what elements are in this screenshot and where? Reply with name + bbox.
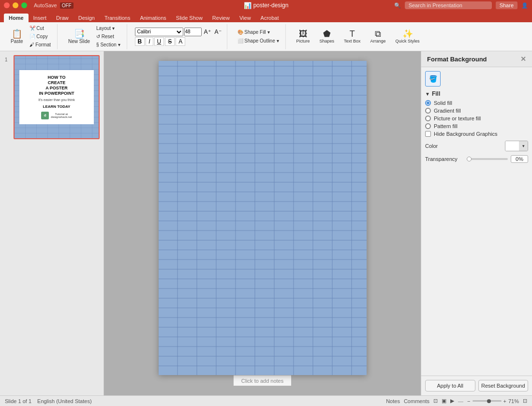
font-size-input[interactable]: [184, 28, 202, 36]
transparency-row: Transparency 0%: [425, 155, 528, 163]
title-bar: AutoSave OFF 📊 poster-design 🔍 Share 👤: [0, 0, 532, 11]
picture-fill-radio[interactable]: [425, 116, 431, 121]
tab-view[interactable]: View: [235, 14, 256, 22]
underline-button[interactable]: U: [154, 37, 164, 46]
decrease-font-button[interactable]: A⁻: [213, 28, 223, 36]
shape-fill-button[interactable]: 🎨 Shape Fill ▾: [235, 29, 281, 36]
thumb-title: HOW TOCREATEA POSTERIN POWERPOINT: [24, 75, 89, 96]
tab-acrobat[interactable]: Acrobat: [256, 14, 284, 22]
insert-group: 🖼 Picture ⬟ Shapes T Text Box ⧉ Arrange …: [290, 24, 427, 49]
zoom-level[interactable]: 71%: [508, 398, 519, 404]
zoom-in-button[interactable]: +: [503, 398, 506, 404]
pattern-fill-option[interactable]: Pattern fill: [425, 123, 528, 129]
comments-button[interactable]: Comments: [404, 398, 429, 404]
share-button[interactable]: Share: [496, 1, 517, 9]
increase-font-button[interactable]: A⁺: [203, 28, 212, 36]
arrange-button[interactable]: ⧉ Arrange: [368, 29, 389, 44]
gradient-fill-option[interactable]: Gradient fill: [425, 108, 528, 114]
shapes-button[interactable]: ⬟ Shapes: [317, 29, 338, 44]
reset-background-button[interactable]: Reset Background: [478, 380, 529, 392]
hide-background-checkbox[interactable]: [425, 131, 431, 137]
color-row: Color ▾: [425, 141, 528, 151]
ribbon: 📋 Paste ✂️ Cut 📄 Copy 🖌 Format 📑 New Sli…: [0, 22, 532, 51]
zoom-thumb: [487, 399, 491, 403]
tab-transitions[interactable]: Transitions: [100, 14, 135, 22]
notes-button[interactable]: Notes: [386, 398, 400, 404]
transparency-slider[interactable]: [467, 158, 508, 160]
view-slideshow-button[interactable]: ▶: [450, 398, 454, 404]
cut-button[interactable]: ✂️ Cut: [27, 25, 53, 32]
gradient-fill-label: Gradient fill: [434, 108, 461, 114]
tab-draw[interactable]: Draw: [51, 14, 74, 22]
notes-bar[interactable]: Click to add notes: [234, 375, 291, 386]
search-input[interactable]: [405, 1, 492, 9]
reset-button[interactable]: ↺ Reset: [94, 33, 122, 40]
copy-button[interactable]: 📄 Copy: [27, 33, 53, 40]
quick-styles-button[interactable]: ✨ Quick Styles: [393, 29, 423, 44]
hide-background-option[interactable]: Hide Background Graphics: [425, 131, 528, 137]
new-slide-button[interactable]: 📑 New Slide: [65, 29, 93, 45]
window-controls: AutoSave OFF: [4, 2, 74, 9]
transparency-label: Transparency: [425, 156, 464, 162]
pattern-fill-radio[interactable]: [425, 123, 431, 129]
tab-animations[interactable]: Animations: [135, 14, 171, 22]
slide-number: 1: [5, 57, 8, 62]
font-family-select[interactable]: Calibri: [135, 28, 183, 36]
section-button[interactable]: § Section ▾: [94, 41, 122, 48]
autosave-state[interactable]: OFF: [60, 2, 74, 9]
arrange-icon: ⧉: [375, 29, 381, 38]
color-picker-button[interactable]: ▾: [505, 141, 528, 151]
main-layout: 1 HOW TOCREATEA POSTERIN POWERPOINT It's…: [0, 51, 532, 395]
fill-icon-button[interactable]: 🪣: [425, 71, 441, 87]
fit-button[interactable]: ⊡: [523, 398, 527, 404]
status-bar: Slide 1 of 1 English (United States) Not…: [0, 395, 532, 406]
view-reading-button[interactable]: ▣: [442, 398, 446, 404]
maximize-window-button[interactable]: [21, 2, 27, 8]
slide-thumbnail[interactable]: HOW TOCREATEA POSTERIN POWERPOINT It's e…: [14, 55, 100, 139]
zoom-controls: − + 71%: [467, 398, 519, 404]
font-group: Calibri A⁺ A⁻ B I U S A: [131, 24, 227, 49]
picture-button[interactable]: 🖼 Picture: [294, 29, 313, 44]
notes-placeholder: Click to add notes: [241, 378, 283, 384]
picture-fill-option[interactable]: Picture or texture fill: [425, 116, 528, 121]
user-icon[interactable]: 👤: [521, 2, 528, 9]
gradient-fill-radio[interactable]: [425, 108, 431, 114]
tab-home[interactable]: Home: [4, 14, 29, 22]
format-panel-close[interactable]: ✕: [520, 55, 526, 63]
pattern-fill-label: Pattern fill: [434, 123, 458, 129]
color-dropdown-arrow[interactable]: ▾: [519, 141, 528, 151]
transparency-value[interactable]: 0%: [511, 155, 528, 163]
apply-to-all-button[interactable]: Apply to All: [425, 380, 475, 392]
strikethrough-button[interactable]: S: [165, 37, 175, 46]
shape-outline-button[interactable]: ⬜ Shape Outline ▾: [235, 37, 281, 44]
view-normal-button[interactable]: ⊡: [433, 398, 438, 404]
format-panel-header: Format Background ✕: [421, 51, 532, 67]
solid-fill-radio[interactable]: [425, 100, 431, 106]
paste-button[interactable]: 📋 Paste: [8, 29, 26, 45]
zoom-out-button[interactable]: −: [467, 398, 470, 404]
close-window-button[interactable]: [4, 2, 10, 8]
layout-button[interactable]: Layout ▾: [94, 25, 122, 32]
tab-slideshow[interactable]: Slide Show: [171, 14, 207, 22]
format-button[interactable]: 🖌 Format: [27, 41, 53, 48]
slide-canvas[interactable]: HOW TO CREATE A POSTER IN POWERPOINT It'…: [159, 61, 367, 375]
textbox-button[interactable]: T Text Box: [341, 29, 364, 44]
slide-thumb-bg: HOW TOCREATEA POSTERIN POWERPOINT It's e…: [15, 56, 99, 138]
fill-section-header[interactable]: ▼ Fill: [425, 90, 528, 97]
shapes-icon: ⬟: [323, 29, 331, 38]
tab-review[interactable]: Review: [207, 14, 235, 22]
tab-insert[interactable]: Insert: [29, 14, 52, 22]
bold-button[interactable]: B: [135, 37, 145, 46]
slides-group: 📑 New Slide Layout ▾ ↺ Reset § Section ▾: [61, 24, 127, 49]
minimize-window-button[interactable]: [13, 2, 18, 8]
zoom-slider[interactable]: [473, 400, 502, 402]
thumb-logo-text: Tutorial atdesignshack.net: [51, 113, 72, 118]
italic-button[interactable]: I: [146, 37, 153, 46]
solid-fill-label: Solid fill: [434, 100, 452, 106]
title-bar-right: 🔍 Share 👤: [394, 1, 528, 9]
solid-fill-option[interactable]: Solid fill: [425, 100, 528, 106]
font-color-button[interactable]: A: [176, 37, 185, 46]
ribbon-tab-bar: Home Insert Draw Design Transitions Anim…: [0, 11, 532, 22]
thumb-logo: d Tutorial atdesignshack.net: [24, 112, 89, 119]
tab-design[interactable]: Design: [74, 14, 100, 22]
